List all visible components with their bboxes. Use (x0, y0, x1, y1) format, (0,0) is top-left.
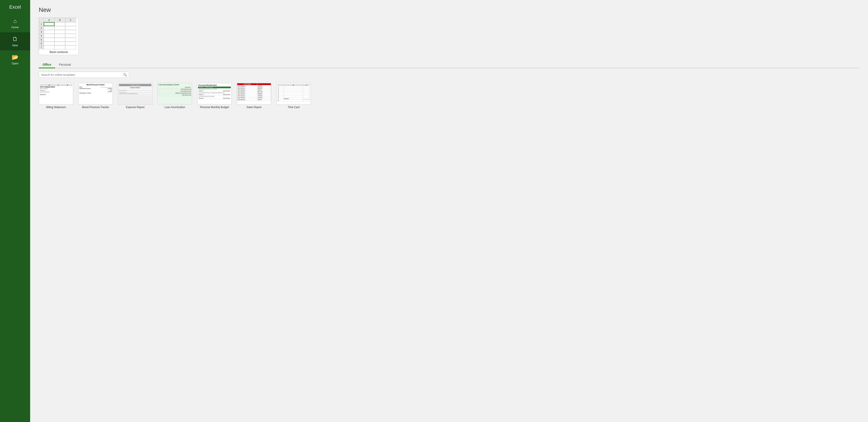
home-icon: ⌂ (13, 18, 17, 24)
page-title: New (39, 6, 859, 13)
template-sales-label: Sales Report (247, 106, 261, 109)
sidebar: Excel ⌂ Home 🗋 New 📂 Open (0, 0, 30, 422)
template-loan-label: Loan Amortization (164, 106, 185, 109)
template-timecard-label: Time Card (288, 106, 300, 109)
search-icon: 🔍 (123, 73, 127, 77)
templates-grid: BCD Your Company Name Street AddressAddr… (39, 83, 859, 109)
template-blood-pressure[interactable]: Blood Pressure Tracker Name Target blood… (79, 83, 113, 109)
template-loan-preview: Loan Amortization Sched Loan amo... Annu… (158, 83, 192, 104)
template-billing-label: Billing Statement (46, 106, 66, 109)
sidebar-item-new[interactable]: 🗋 New (0, 32, 30, 50)
template-budget-label: Personal Monthly Budget (200, 106, 229, 109)
sidebar-label-open: Open (11, 62, 19, 65)
tab-personal[interactable]: Personal (55, 62, 75, 68)
sidebar-item-open[interactable]: 📂 Open (0, 50, 30, 68)
template-expense-label: Expense Report (126, 106, 145, 109)
app-title: Excel (9, 2, 21, 14)
template-budget-preview: Personal Monthly Bud Income 1 Extra Inco… (197, 83, 231, 104)
template-sales-preview: CUSTOMER Alice MuntonANTON Alice MuntonB… (237, 83, 271, 104)
tabs-section: Office Personal (39, 62, 859, 68)
template-expense-preview: Expense Report Expense Report • ________… (118, 83, 152, 104)
template-billing[interactable]: BCD Your Company Name Street AddressAddr… (39, 83, 73, 109)
template-expense[interactable]: Expense Report Expense Report • ________… (118, 83, 152, 109)
template-bp-label: Blood Pressure Tracker (82, 106, 109, 109)
template-budget[interactable]: Personal Monthly Bud Income 1 Extra Inco… (197, 83, 231, 109)
template-billing-preview: BCD Your Company Name Street AddressAddr… (39, 83, 73, 104)
template-timecard[interactable]: BC 1 2 3 4 5 6 7Employee 8 Time Card (276, 83, 311, 109)
tab-office[interactable]: Office (39, 62, 55, 68)
open-folder-icon: 📂 (11, 54, 19, 60)
new-doc-icon: 🗋 (12, 36, 18, 42)
search-input[interactable] (41, 73, 123, 77)
sidebar-label-home: Home (11, 26, 19, 29)
wb-grid-preview: A B C 1 2 3 4 (39, 18, 79, 49)
sidebar-item-home[interactable]: ⌂ Home (0, 14, 30, 32)
search-section: 🔍 (39, 72, 859, 78)
blank-workbook-label: Blank workbook (39, 49, 79, 55)
template-sales[interactable]: CUSTOMER Alice MuntonANTON Alice MuntonB… (237, 83, 271, 109)
sidebar-label-new: New (12, 44, 18, 47)
template-bp-preview: Blood Pressure Tracker Name Target blood… (79, 83, 113, 104)
search-wrapper: 🔍 (39, 72, 129, 78)
blank-workbook-section: A B C 1 2 3 4 (39, 18, 859, 55)
template-loan[interactable]: Loan Amortization Sched Loan amo... Annu… (158, 83, 192, 109)
template-timecard-preview: BC 1 2 3 4 5 6 7Employee 8 (276, 83, 311, 104)
main-content: New A B C 1 2 3 (30, 0, 868, 422)
blank-workbook-card[interactable]: A B C 1 2 3 4 (39, 18, 79, 55)
